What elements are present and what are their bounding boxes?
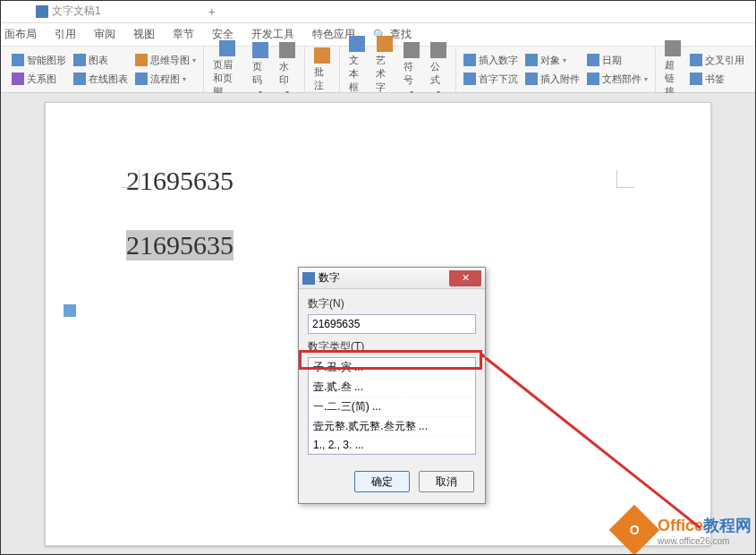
object-icon [525,54,538,66]
crossref-button[interactable]: 交叉引用 [688,52,746,69]
comment-button[interactable]: 批注 [310,46,334,94]
symbol-button[interactable]: 符号▾ [400,40,423,98]
list-item[interactable]: 子.丑.寅 ... [309,358,475,378]
chart-button[interactable]: 图表 [72,52,130,69]
dropcap-button[interactable]: 首字下沉 [462,71,520,88]
crossref-icon [690,54,702,66]
date-icon [587,54,599,66]
document-text-selected[interactable]: 21695635 [126,230,234,260]
paragraph-marker-icon [64,304,76,317]
list-item[interactable]: 1., 2., 3. ... [309,437,475,454]
bookmark-button[interactable]: 书签 [688,71,746,88]
list-item[interactable]: 一.二.三(简) ... [309,397,475,417]
new-tab-button[interactable]: + [208,4,216,19]
doc-name: 文字文稿1 [52,4,101,19]
margin-corner-icon [616,170,634,188]
relation-icon [12,73,24,85]
date-button[interactable]: 日期 [585,52,650,69]
ribbon-tab-view[interactable]: 视图 [133,27,155,42]
dialog-titlebar[interactable]: 数字 ✕ [299,268,485,289]
smartart-icon [12,54,24,66]
header-footer-icon [219,40,235,56]
attach-icon [525,73,538,85]
equation-button[interactable]: 公式▾ [427,40,450,98]
header-footer-button[interactable]: 页眉和页脚 [209,38,245,100]
doc-icon [36,5,48,18]
bookmark-icon [690,73,702,85]
smartart-button[interactable]: 智能图形 [10,52,68,69]
flowchart-icon [135,73,148,85]
wordart-icon [377,36,393,52]
office-logo-icon: O [609,505,660,555]
docparts-button[interactable]: 文档部件▾ [585,71,650,88]
document-tab[interactable]: 文字文稿1 [36,4,101,19]
mindmap-button[interactable]: 思维导图▾ [133,52,198,69]
relation-button[interactable]: 关系图 [10,71,68,88]
number-type-label: 数字类型(T) [308,339,476,354]
ribbon-tab-review[interactable]: 审阅 [94,27,115,42]
margin-corner-icon [122,170,140,188]
number-type-list[interactable]: 子.丑.寅 ... 壹.贰.叁 ... 一.二.三(简) ... 壹元整.贰元整… [308,357,476,455]
watermark-url: www.office26.com [658,536,752,546]
insert-number-icon [463,54,476,66]
ok-button[interactable]: 确定 [354,471,410,492]
dialog-icon [302,272,315,285]
cancel-button[interactable]: 取消 [419,471,474,492]
list-item-highlighted[interactable]: 壹.贰.叁 ... [309,378,475,397]
mindmap-icon [135,54,148,66]
pagenum-icon [252,42,268,58]
textbox-icon [349,36,365,52]
equation-icon [430,42,446,58]
chart-icon [73,54,86,66]
dropcap-icon [463,73,476,85]
ribbon-tab-layout[interactable]: 面布局 [4,27,37,42]
ribbon-tab-reference[interactable]: 引用 [55,27,76,42]
onlinechart-icon [73,73,86,85]
hyperlink-icon [665,40,681,56]
number-dialog: 数字 ✕ 数字(N) 数字类型(T) 子.丑.寅 ... 壹.贰.叁 ... 一… [298,267,486,504]
number-input-label: 数字(N) [308,296,476,312]
attach-button[interactable]: 插入附件 [523,71,582,88]
pagenum-button[interactable]: 页码▾ [249,40,272,98]
docparts-icon [587,73,599,85]
watermark-button[interactable]: 水印▾ [276,40,299,98]
hyperlink-button[interactable]: 超链接 [661,38,684,100]
watermark-icon [279,42,295,58]
ribbon-tab-chapter[interactable]: 章节 [173,27,194,42]
comment-icon [314,47,330,64]
dialog-close-button[interactable]: ✕ [449,270,481,286]
onlinechart-button[interactable]: 在线图表 [72,71,130,88]
list-item[interactable]: 壹元整.贰元整.叁元整 ... [309,417,475,437]
flowchart-button[interactable]: 流程图▾ [133,71,198,88]
object-button[interactable]: 对象▾ [523,52,582,69]
insert-number-button[interactable]: 插入数字 [462,52,520,69]
symbol-icon [403,42,420,58]
toolbar: 智能图形 关系图 图表 在线图表 思维导图▾ 流程图▾ 页眉和页脚 页码▾ 水印… [0,47,756,93]
number-input[interactable] [308,314,476,334]
dialog-title-text: 数字 [319,270,340,286]
document-text-line1[interactable]: 21695635 [126,166,234,195]
watermark-logo: O Office教程网 www.office26.com [616,512,752,548]
